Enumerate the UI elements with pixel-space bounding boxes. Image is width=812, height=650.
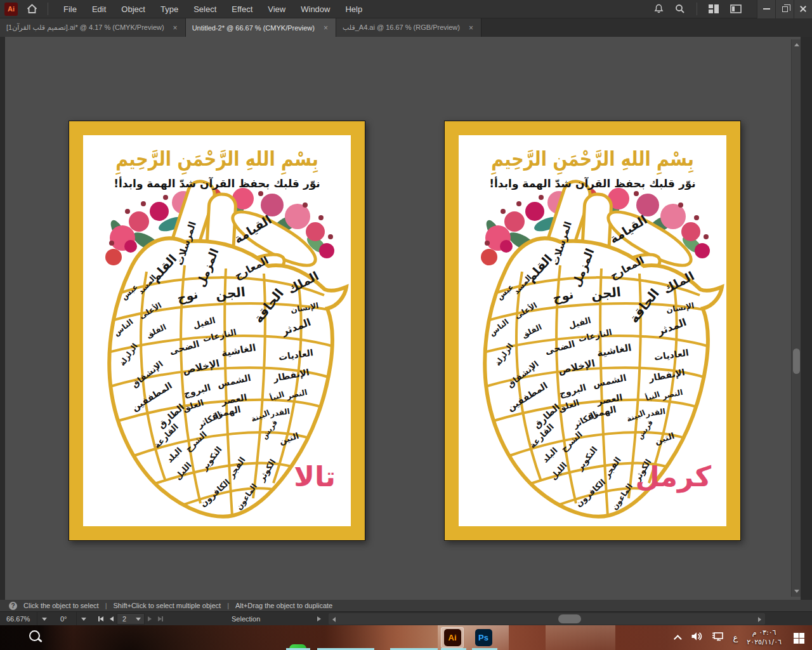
- menu-object[interactable]: Object: [115, 2, 152, 17]
- document-setup-icon[interactable]: [730, 4, 742, 13]
- illustrator-label: Ai: [449, 633, 457, 642]
- menu-file[interactable]: File: [57, 2, 83, 17]
- menu-select[interactable]: Select: [187, 2, 223, 17]
- last-artboard-button[interactable]: [158, 616, 163, 621]
- menu-bar: FileEditObjectTypeSelectEffectViewWindow…: [57, 2, 369, 17]
- titlebar-separator-2: [697, 3, 697, 15]
- poster-tagline: نوّر قلبك بحفظ القرآن شدّ الهمة وابدأ!: [459, 177, 726, 190]
- menu-help[interactable]: Help: [339, 2, 369, 17]
- minimize-button[interactable]: [757, 0, 775, 18]
- chevron-down-icon: [136, 618, 141, 621]
- artboard-number-field[interactable]: 2: [117, 613, 145, 625]
- tab-close-icon[interactable]: ×: [468, 23, 475, 32]
- menu-edit[interactable]: Edit: [86, 2, 112, 17]
- window-controls: [757, 0, 812, 18]
- system-tray: ع ٠٣:٠٦ م ٢٠٢٥/١١/٠٦: [676, 625, 782, 650]
- bismillah-calligraphy: بِسْمِ اللهِ الرَّحْمَنِ الرَّحِيمِ: [459, 148, 726, 171]
- windows-logo-icon: [794, 633, 804, 644]
- titlebar-right: [654, 0, 812, 18]
- document-tab-1[interactable]: [1تصميم قلب القرآن].ai* @ 4.17 % (CMYK/P…: [0, 18, 186, 37]
- restore-icon: [782, 6, 788, 12]
- minimize-icon: [763, 8, 770, 10]
- menu-type[interactable]: Type: [154, 2, 185, 17]
- artboard-navigation: 2: [95, 612, 166, 626]
- chevron-down-icon: [42, 618, 47, 621]
- poster-name-text: كرمل: [636, 460, 711, 493]
- illustrator-window: Ai FileEditObjectTypeSelectEffectViewWin…: [0, 0, 812, 650]
- tab-close-icon[interactable]: ×: [172, 23, 179, 32]
- photoshop-label: Ps: [478, 633, 488, 642]
- vertical-scroll-thumb[interactable]: [793, 348, 800, 374]
- scroll-down-icon[interactable]: [794, 590, 799, 593]
- tray-time: ٠٣:٠٦ م: [747, 628, 782, 638]
- tray-clock[interactable]: ٠٣:٠٦ م ٢٠٢٥/١١/٠٦: [747, 628, 782, 647]
- menu-effect[interactable]: Effect: [225, 2, 259, 17]
- zoom-level-dropdown[interactable]: [37, 612, 51, 626]
- restore-button[interactable]: [775, 0, 794, 18]
- language-indicator[interactable]: ع: [733, 633, 738, 642]
- vertical-scrollbar[interactable]: [791, 39, 801, 597]
- poster-inner: المرسلاتالقيامةالمزملالمعارجالقلمالملكنو…: [83, 135, 351, 526]
- scroll-right-icon[interactable]: [758, 617, 761, 622]
- close-button[interactable]: [794, 0, 812, 18]
- menu-view[interactable]: View: [261, 2, 292, 17]
- tab-label: Untitled-2* @ 66.67 % (CMYK/Preview): [192, 24, 315, 32]
- home-icon[interactable]: [27, 4, 37, 14]
- hint-separator: |: [227, 602, 229, 609]
- document-tab-2[interactable]: Untitled-2* @ 66.67 % (CMYK/Preview)×: [186, 18, 336, 37]
- poster-name-text: تالا: [294, 460, 336, 493]
- close-icon: [799, 5, 807, 13]
- tray-date: ٢٠٢٥/١١/٠٦: [747, 638, 782, 647]
- tab-label: قلب_A4.ai @ 16.67 % (RGB/Preview): [343, 23, 460, 32]
- titlebar: Ai FileEditObjectTypeSelectEffectViewWin…: [0, 0, 812, 18]
- workspace-switcher-icon[interactable]: [709, 4, 719, 13]
- start-button[interactable]: [790, 630, 807, 646]
- hint-separator: |: [105, 602, 107, 609]
- window-edge-left: [0, 37, 5, 600]
- document-tab-3[interactable]: قلب_A4.ai @ 16.67 % (RGB/Preview)×: [336, 18, 481, 37]
- document-tabbar: [1تصميم قلب القرآن].ai* @ 4.17 % (CMYK/P…: [0, 18, 812, 37]
- menu-window[interactable]: Window: [294, 2, 336, 17]
- poster-tagline: نوّر قلبك بحفظ القرآن شدّ الهمة وابدأ!: [83, 177, 351, 190]
- current-tool-status: Selection: [232, 612, 260, 626]
- tab-close-icon[interactable]: ×: [322, 23, 329, 32]
- rotation-dropdown[interactable]: [76, 612, 90, 626]
- illustrator-app-icon[interactable]: Ai: [4, 3, 18, 16]
- search-icon[interactable]: [675, 4, 685, 14]
- network-icon[interactable]: [712, 632, 724, 644]
- next-artboard-button[interactable]: [148, 616, 152, 621]
- app-logo-label: Ai: [8, 5, 15, 13]
- hint-text-3: Alt+Drag the object to duplicate: [235, 602, 332, 609]
- hint-bar: ? Click the object to select | Shift+Cli…: [0, 600, 812, 611]
- windows-taskbar: My My ٣٠ Ai Ps ع: [0, 625, 812, 650]
- taskbar-photoshop-icon[interactable]: Ps: [472, 627, 495, 648]
- horizontal-scrollbar[interactable]: [329, 613, 765, 625]
- tab-label: [1تصميم قلب القرآن].ai* @ 4.17 % (CMYK/P…: [6, 23, 164, 32]
- hint-text-2: Shift+Click to select multiple object: [113, 602, 221, 609]
- first-artboard-button[interactable]: [98, 616, 103, 621]
- chevron-down-icon: [81, 618, 86, 621]
- taskbar-illustrator-icon[interactable]: Ai: [441, 627, 464, 648]
- taskbar-search-icon[interactable]: [28, 629, 43, 644]
- help-icon[interactable]: ?: [9, 602, 17, 610]
- surah-label: الجن: [215, 284, 246, 303]
- titlebar-separator: [48, 3, 48, 15]
- surah-label: الجن: [591, 284, 622, 303]
- scroll-left-icon[interactable]: [332, 617, 336, 622]
- panel-dock-edge: [801, 37, 812, 600]
- artboard-poster-1[interactable]: المرسلاتالقيامةالمزملالمعارجالقلمالملكنو…: [69, 121, 365, 541]
- notifications-bell-icon[interactable]: [654, 4, 664, 14]
- bismillah-calligraphy: بِسْمِ اللهِ الرَّحْمَنِ الرَّحِيمِ: [83, 148, 351, 171]
- poster-inner: المرسلاتالقيامةالمزملالمعارجالقلمالملكنو…: [459, 135, 726, 526]
- canvas-area[interactable]: المرسلاتالقيامةالمزملالمعارجالقلمالملكنو…: [0, 37, 812, 600]
- hint-text-1: Click the object to select: [23, 602, 99, 609]
- artboard-poster-2[interactable]: المرسلاتالقيامةالمزملالمعارجالقلمالملكنو…: [444, 121, 741, 541]
- status-expand-arrow[interactable]: [317, 612, 321, 626]
- horizontal-scroll-thumb[interactable]: [558, 614, 581, 623]
- tray-expand-chevron-icon[interactable]: [674, 635, 682, 643]
- scroll-up-icon[interactable]: [794, 43, 799, 46]
- previous-artboard-button[interactable]: [110, 616, 114, 621]
- zoom-level-value[interactable]: 66.67%: [6, 612, 30, 626]
- rotation-value[interactable]: 0°: [60, 612, 67, 626]
- volume-icon[interactable]: [691, 632, 703, 644]
